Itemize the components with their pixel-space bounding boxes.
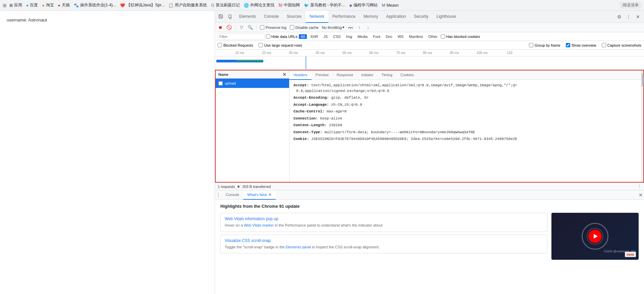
filter-btn[interactable]: ▽ bbox=[237, 23, 246, 32]
hide-data-urls-label[interactable]: Hide data URLs bbox=[266, 34, 298, 39]
has-blocked-cookies-label[interactable]: Has blocked cookies bbox=[441, 34, 480, 39]
tab-memory[interactable]: Memory bbox=[360, 11, 382, 23]
bookmark-algo[interactable]: G 算法刷题日记 bbox=[211, 2, 239, 8]
bookmark-taobao[interactable]: ● 淘宝 bbox=[42, 2, 54, 8]
network-conditions-btn[interactable] bbox=[346, 23, 355, 32]
request-item-upload[interactable]: upload bbox=[216, 79, 289, 88]
hide-data-urls-checkbox[interactable] bbox=[266, 34, 270, 39]
bookmark-java[interactable]: ❤️ 【狂神说Java】Spr... bbox=[120, 2, 164, 8]
h-tab-headers[interactable]: Headers bbox=[289, 70, 312, 80]
filter-doc-btn[interactable]: Doc bbox=[384, 34, 394, 39]
tab-network[interactable]: Network bbox=[306, 11, 328, 23]
bookmark-coding[interactable]: ◈ 编程学习网站 bbox=[349, 2, 378, 8]
import-har-btn[interactable]: ↑ bbox=[355, 23, 363, 32]
bookmark-tianmao[interactable]: ● 天猫 bbox=[58, 2, 70, 8]
bottom-tabs-menu-btn[interactable]: ⋮ bbox=[216, 193, 220, 197]
disable-cache-label[interactable]: Disable cache bbox=[288, 25, 320, 30]
filter-img-btn[interactable]: Img bbox=[344, 34, 354, 39]
tab-sources[interactable]: Sources bbox=[283, 11, 306, 23]
bookmark-maven[interactable]: M Meavn bbox=[382, 3, 398, 8]
group-by-frame-label[interactable]: Group by frame bbox=[529, 43, 560, 47]
close-bottom-panel-btn[interactable]: ✕ bbox=[639, 192, 643, 198]
show-overview-checkbox[interactable] bbox=[566, 43, 570, 47]
status-bar-menu[interactable]: ⋮ bbox=[638, 184, 641, 189]
inspect-element-btn[interactable] bbox=[216, 12, 226, 21]
h-tab-preview[interactable]: Preview bbox=[312, 70, 333, 80]
timeline-overview[interactable]: 10 ms 20 ms 30 ms 40 ms 50 ms 60 ms 70 m… bbox=[215, 50, 644, 70]
h-tab-cookies[interactable]: Cookies bbox=[396, 70, 418, 80]
throttle-selector[interactable]: No throttling ▾ bbox=[321, 25, 346, 30]
blocked-requests-label[interactable]: Blocked Requests bbox=[218, 43, 253, 47]
reading-mode-btn[interactable]: 阅读清单 bbox=[620, 2, 641, 9]
bookmark-paper[interactable]: 🌐 外网论文查找 bbox=[244, 2, 274, 8]
scrollbar-thumb[interactable] bbox=[642, 73, 644, 87]
filter-input[interactable] bbox=[218, 33, 265, 40]
css-scroll-card-title[interactable]: Visualize CSS scroll-snap bbox=[225, 238, 543, 243]
headers-scrollbar[interactable] bbox=[641, 70, 643, 182]
more-tools-btn[interactable]: ⋮ bbox=[624, 12, 633, 21]
web-vitals-card-title[interactable]: Web Vitals information pop up bbox=[225, 216, 543, 221]
preserve-log-label[interactable]: Preserve log bbox=[259, 25, 288, 30]
disable-cache-checkbox[interactable] bbox=[290, 25, 294, 30]
bookmark-zhiwang[interactable]: 知 中国知网 bbox=[278, 2, 300, 8]
bookmark-os[interactable]: 🐾 操作系统作业(1-4)... bbox=[74, 2, 116, 8]
settings-btn[interactable]: ⚙ bbox=[614, 12, 624, 21]
css-scroll-card-desc: Toggle the "scroll-snap" badge in the El… bbox=[225, 244, 543, 250]
large-rows-label[interactable]: Use large request rows bbox=[259, 43, 302, 47]
zhiwang-icon: 知 bbox=[278, 2, 282, 8]
status-bar: 1 requests 203 B transferred ⋮ bbox=[215, 183, 644, 190]
filter-font-btn[interactable]: Font bbox=[371, 34, 382, 39]
update-card-css-scroll[interactable]: Visualize CSS scroll-snap Toggle the "sc… bbox=[220, 235, 547, 254]
tab-security[interactable]: Security bbox=[410, 11, 432, 23]
filter-other-btn[interactable]: Other bbox=[426, 34, 440, 39]
capture-screenshots-checkbox[interactable] bbox=[602, 43, 606, 47]
timeline-mark-60ms: 60 ms bbox=[369, 51, 378, 55]
update-card-web-vitals[interactable]: Web Vitals information pop up Hover on a… bbox=[220, 213, 547, 232]
apps-icon[interactable]: ⊞ bbox=[3, 3, 7, 8]
elements-panel-link[interactable]: Elements panel bbox=[285, 245, 311, 249]
has-blocked-cookies-checkbox[interactable] bbox=[441, 34, 445, 39]
requests-count: 1 requests bbox=[218, 185, 235, 189]
h-tab-response[interactable]: Response bbox=[333, 70, 358, 80]
bookmark-apps[interactable]: ⊞ 应用 bbox=[9, 2, 22, 8]
clear-btn[interactable]: 🚫 bbox=[225, 23, 233, 32]
record-btn[interactable]: ⏺ bbox=[216, 23, 224, 32]
preserve-log-checkbox[interactable] bbox=[260, 25, 264, 30]
video-thumbnail[interactable]: new CSDN @Astronaut_001 bbox=[551, 213, 639, 260]
export-har-btn[interactable]: ↓ bbox=[364, 23, 372, 32]
capture-screenshots-label[interactable]: Capture screenshots bbox=[602, 43, 642, 47]
filter-manifest-btn[interactable]: Manifest bbox=[407, 34, 425, 39]
bookmark-service[interactable]: 📋 用户自助服务系统 bbox=[168, 2, 207, 8]
filter-all-btn[interactable]: All bbox=[299, 34, 307, 39]
tab-performance[interactable]: Performance bbox=[328, 11, 360, 23]
device-toolbar-btn[interactable] bbox=[226, 12, 235, 21]
tab-console[interactable]: Console bbox=[260, 11, 283, 23]
tab-lighthouse[interactable]: Lighthouse bbox=[432, 11, 460, 23]
tab-elements[interactable]: Elements bbox=[235, 11, 260, 23]
close-request-panel-btn[interactable]: ✕ bbox=[282, 72, 286, 77]
filter-js-btn[interactable]: JS bbox=[321, 34, 330, 39]
service-icon: 📋 bbox=[168, 3, 173, 8]
large-rows-checkbox[interactable] bbox=[259, 43, 263, 47]
h-tab-initiator[interactable]: Initiator bbox=[357, 70, 377, 80]
filter-xhr-btn[interactable]: XHR bbox=[308, 34, 320, 39]
group-by-frame-checkbox[interactable] bbox=[529, 43, 533, 47]
tab-application[interactable]: Application bbox=[382, 11, 410, 23]
filter-css-btn[interactable]: CSS bbox=[331, 34, 343, 39]
close-devtools-btn[interactable]: ✕ bbox=[633, 12, 643, 21]
b-tab-console[interactable]: Console bbox=[222, 190, 243, 200]
filter-ws-btn[interactable]: WS bbox=[395, 34, 406, 39]
video-play-btn[interactable] bbox=[588, 230, 602, 243]
bookmark-runoob[interactable]: 🐦 菜鸟教程 - 学的不... bbox=[304, 2, 345, 8]
b-tab-whats-new[interactable]: What's New ✕ bbox=[243, 190, 275, 200]
blocked-requests-checkbox[interactable] bbox=[218, 43, 222, 47]
show-overview-label[interactable]: Show overview bbox=[566, 43, 596, 47]
bookmark-baidu[interactable]: ● 百度 bbox=[26, 2, 38, 8]
throttle-dropdown-icon[interactable]: ▾ bbox=[342, 25, 344, 30]
web-vitals-link[interactable]: Web Vitals marker bbox=[244, 223, 274, 227]
h-tab-timing[interactable]: Timing bbox=[377, 70, 396, 80]
search-btn[interactable]: 🔍 bbox=[246, 23, 254, 32]
close-whats-new-tab-btn[interactable]: ✕ bbox=[268, 192, 272, 197]
request-checkbox[interactable] bbox=[218, 81, 223, 86]
filter-media-btn[interactable]: Media bbox=[356, 34, 370, 39]
